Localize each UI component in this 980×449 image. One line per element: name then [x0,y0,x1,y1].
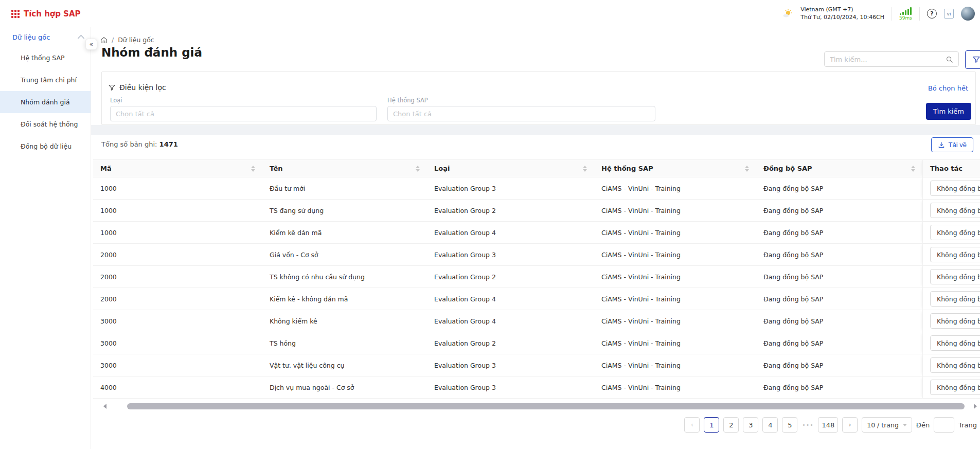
avatar[interactable] [961,7,975,21]
app-logo[interactable]: Tích hợp SAP [11,0,81,27]
scroll-left-arrow-icon[interactable] [103,404,106,409]
cell-system: CiAMS - VinUni - Training [594,177,756,199]
horizontal-scrollbar[interactable] [93,403,980,410]
sort-icon[interactable] [911,166,915,172]
pagination-page-4[interactable]: 4 [762,417,778,433]
cell-type: Evaluation Group 3 [427,177,594,199]
signal-bars-icon [900,7,912,15]
table-row: 2000Giá vốn - Cơ sởEvaluation Group 3CiA… [93,244,980,266]
cell-name: Không kiểm kê [262,310,427,332]
table-row: 1000Kiểm kê dán mãEvaluation Group 4CiAM… [93,222,980,244]
unsync-sap-button[interactable]: Không đồng bộ SAP [930,269,980,284]
download-icon [938,141,945,149]
goto-page-label: Đến [916,421,930,429]
cell-type: Evaluation Group 4 [427,288,594,310]
search-icon[interactable] [946,56,953,63]
cell-name: Đầu tư mới [262,177,427,199]
unsync-sap-button[interactable]: Không đồng bộ SAP [930,225,980,240]
cell-system: CiAMS - VinUni - Training [594,200,756,221]
home-icon[interactable] [100,37,108,44]
app-window: Tích hợp SAP Vietnam (GMT +7) Thứ Tư, 02… [0,0,980,449]
sidebar: Dữ liệu gốc Hệ thống SAP Trung tâm chi p… [0,27,91,449]
pagination-prev-button[interactable]: ‹ [684,417,700,433]
sidebar-item-nhom-danh-gia[interactable]: Nhóm đánh giá [0,91,91,113]
language-selector[interactable]: vi [944,9,954,19]
cell-sync-status: Đang đồng bộ SAP [756,354,922,376]
help-icon[interactable]: ? [927,9,937,19]
he-thong-sap-select[interactable]: Chọn tất cả [387,106,655,121]
page-title: Nhóm đánh giá [101,46,202,59]
column-header-ten[interactable]: Tên [262,160,427,177]
sidebar-item-he-thong-sap[interactable]: Hệ thống SAP [0,47,91,69]
sort-icon[interactable] [416,166,420,172]
cell-actions: Không đồng bộ SAP [922,310,980,332]
unsync-sap-button[interactable]: Không đồng bộ SAP [930,203,980,218]
unsync-sap-button[interactable]: Không đồng bộ SAP [930,291,980,307]
pagination-next-button[interactable]: › [842,417,858,433]
breadcrumb: / Dữ liệu gốc [100,36,154,44]
cell-actions: Không đồng bộ SAP [922,244,980,265]
breadcrumb-item[interactable]: Dữ liệu gốc [118,36,154,44]
pagination-page-3[interactable]: 3 [743,417,758,433]
scrollbar-thumb[interactable] [127,403,965,409]
table-row: 4000Dịch vụ mua ngoài - Cơ sởEvaluation … [93,376,980,399]
latency-value: 59ms [899,15,912,21]
breadcrumb-separator: / [112,36,114,44]
goto-page-suffix-label: Trang [958,421,977,429]
scroll-right-arrow-icon[interactable] [974,404,977,409]
chevron-up-icon [78,35,84,42]
pagination-page-5[interactable]: 5 [782,417,797,433]
unsync-sap-button[interactable]: Không đồng bộ SAP [930,313,980,329]
weather-sun-icon [782,8,793,20]
sidebar-item-dong-bo-du-lieu[interactable]: Đồng bộ dữ liệu [0,135,91,157]
column-header-ma[interactable]: Mã [93,160,262,177]
column-header-loai[interactable]: Loại [427,160,594,177]
cell-sync-status: Đang đồng bộ SAP [756,288,922,310]
cell-actions: Không đồng bộ SAP [922,354,980,376]
clear-all-filters-link[interactable]: Bỏ chọn hết [928,84,968,92]
unsync-sap-button[interactable]: Không đồng bộ SAP [930,335,980,351]
sort-icon[interactable] [251,166,255,172]
cell-name: Kiểm kê - không dán mã [262,288,427,310]
table-row: 3000TS hỏngEvaluation Group 2CiAMS - Vin… [93,332,980,354]
download-button[interactable]: Tải về [931,137,973,152]
filter-toggle-button[interactable] [965,50,980,69]
goto-page-input[interactable] [934,417,954,433]
unsync-sap-button[interactable]: Không đồng bộ SAP [930,247,980,262]
column-header-he-thong-sap[interactable]: Hệ thống SAP [594,160,756,177]
sort-icon[interactable] [583,166,587,172]
cell-name: Dịch vụ mua ngoài - Cơ sở [262,376,427,398]
filter-panel-title: Điều kiện lọc [119,83,166,92]
funnel-icon [108,84,116,92]
pagination-page-1[interactable]: 1 [704,417,719,433]
cell-code: 1000 [93,222,262,243]
column-header-dong-bo-sap[interactable]: Đồng bộ SAP [756,160,922,177]
pagination-ellipsis[interactable]: ••• [801,422,814,428]
cell-code: 4000 [93,376,262,398]
page-size-select[interactable]: 10 / trang [862,417,912,433]
filter-search-button[interactable]: Tìm kiếm [926,103,971,120]
pagination-page-last[interactable]: 148 [818,417,838,433]
cell-type: Evaluation Group 3 [427,376,594,398]
sidebar-item-trung-tam-chi-phi[interactable]: Trung tâm chi phí [0,69,91,91]
sidebar-item-doi-soat-he-thong[interactable]: Đối soát hệ thống [0,113,91,135]
sort-icon[interactable] [745,166,749,172]
cell-type: Evaluation Group 3 [427,354,594,376]
cell-sync-status: Đang đồng bộ SAP [756,222,922,243]
cell-sync-status: Đang đồng bộ SAP [756,200,922,221]
loai-select[interactable]: Chọn tất cả [110,106,377,121]
pagination-page-2[interactable]: 2 [723,417,739,433]
unsync-sap-button[interactable]: Không đồng bộ SAP [930,357,980,373]
unsync-sap-button[interactable]: Không đồng bộ SAP [930,380,980,395]
search-input[interactable] [830,56,941,63]
table-body: 1000Đầu tư mớiEvaluation Group 3CiAMS - … [93,177,980,399]
unsync-sap-button[interactable]: Không đồng bộ SAP [930,181,980,196]
sidebar-group-du-lieu-goc[interactable]: Dữ liệu gốc [0,27,91,47]
cell-type: Evaluation Group 4 [427,310,594,332]
sidebar-collapse-button[interactable]: « [85,39,97,50]
section-divider [91,125,980,135]
topbar-right: Vietnam (GMT +7) Thứ Tư, 02/10/2024, 10:… [782,0,975,27]
select-placeholder: Chọn tất cả [393,110,432,118]
records-total-label: Tổng số bản ghi: [101,140,157,148]
table-row: 1000TS đang sử dụngEvaluation Group 2CiA… [93,200,980,222]
